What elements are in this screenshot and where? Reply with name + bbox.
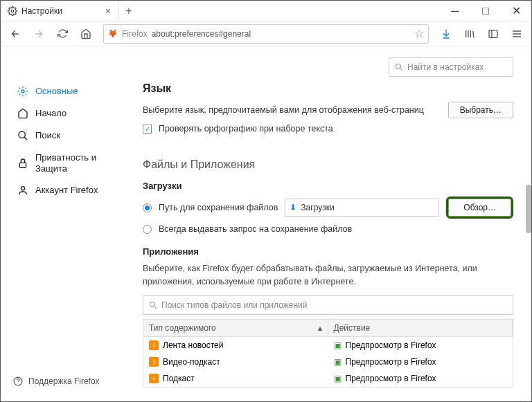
- firefox-icon: 🦊: [108, 29, 118, 38]
- applications-subheading: Приложения: [143, 246, 513, 257]
- minimize-button[interactable]: ─: [440, 1, 470, 21]
- home-button[interactable]: [76, 24, 96, 44]
- sidebar-item-home[interactable]: Начало: [13, 103, 122, 124]
- sidebar-item-account[interactable]: Аккаунт Firefox: [13, 180, 122, 201]
- reload-button[interactable]: [52, 24, 73, 44]
- tab-title: Настройки: [21, 6, 62, 16]
- applications-desc: Выберите, как Firefox будет обрабатывать…: [143, 262, 513, 289]
- save-to-label: Путь для сохранения файлов: [159, 203, 278, 212]
- help-icon: [13, 376, 23, 386]
- close-icon[interactable]: ×: [105, 6, 111, 17]
- table-row[interactable]: ⌇Видео-подкаст ▣Предпросмотр в Firefox: [143, 354, 513, 370]
- preview-icon: ▣: [334, 340, 342, 350]
- bookmark-star-icon[interactable]: ☆: [414, 27, 424, 40]
- svg-rect-1: [489, 30, 497, 37]
- language-desc: Выберите язык, предпочитаемый вами для о…: [143, 105, 441, 115]
- library-button[interactable]: [459, 24, 480, 44]
- sidebar-item-label: Поиск: [35, 130, 60, 141]
- gear-icon: [8, 6, 17, 16]
- search-icon: [17, 130, 28, 141]
- svg-point-3: [19, 131, 25, 138]
- lock-icon: [17, 158, 28, 169]
- sidebar-item-label: Аккаунт Firefox: [35, 185, 98, 196]
- table-row[interactable]: ⌇Лента новостей ▣Предпросмотр в Firefox: [143, 337, 513, 354]
- download-folder-name: Загрузки: [301, 203, 334, 212]
- sidebar-item-label: Приватность и Защита: [35, 152, 118, 174]
- menu-button[interactable]: [506, 24, 527, 44]
- download-arrow-icon: ⬇: [290, 203, 296, 212]
- preview-icon: ▣: [334, 374, 342, 383]
- col-action[interactable]: Действие: [328, 320, 513, 336]
- svg-point-7: [396, 64, 401, 69]
- scrollbar-thumb[interactable]: [526, 185, 531, 233]
- search-icon: [149, 301, 157, 309]
- svg-point-5: [21, 187, 24, 190]
- feed-icon: ⌇: [149, 340, 159, 350]
- svg-point-2: [21, 90, 24, 93]
- apps-table: Тип содержимого▴ Действие ⌇Лента новосте…: [143, 319, 513, 387]
- files-heading: Файлы и Приложения: [143, 158, 513, 171]
- apps-search[interactable]: Поиск типов файлов или приложений: [143, 295, 513, 315]
- always-ask-radio[interactable]: [143, 225, 152, 234]
- home-icon: [17, 108, 28, 119]
- table-row[interactable]: ⌇Подкаст ▣Предпросмотр в Firefox: [143, 370, 513, 387]
- col-content-type[interactable]: Тип содержимого▴: [143, 320, 328, 336]
- gear-icon: [17, 86, 28, 97]
- new-tab-button[interactable]: +: [118, 1, 139, 21]
- support-link[interactable]: Поддержка Firefox: [13, 376, 122, 386]
- support-label: Поддержка Firefox: [28, 376, 100, 386]
- browse-button[interactable]: Обзор…: [446, 197, 513, 219]
- spellcheck-checkbox[interactable]: ✓: [143, 125, 152, 134]
- sort-up-icon: ▴: [318, 323, 322, 333]
- spellcheck-label: Проверять орфографию при наборе текста: [159, 124, 333, 134]
- search-icon: [395, 63, 403, 71]
- download-folder-field[interactable]: ⬇ Загрузки: [285, 199, 439, 217]
- svg-point-8: [150, 302, 155, 307]
- choose-language-button[interactable]: Выбрать…: [448, 102, 513, 118]
- save-to-radio[interactable]: [143, 203, 152, 212]
- url-input[interactable]: [152, 29, 410, 39]
- forward-button[interactable]: [28, 24, 49, 44]
- close-button[interactable]: ✕: [501, 1, 531, 21]
- back-button[interactable]: [5, 24, 26, 44]
- feed-icon: ⌇: [149, 374, 159, 383]
- account-icon: [17, 185, 28, 196]
- url-bar[interactable]: 🦊 Firefox ☆: [103, 24, 429, 44]
- downloads-subheading: Загрузки: [143, 181, 513, 191]
- apps-search-placeholder: Поиск типов файлов или приложений: [161, 300, 307, 310]
- browser-tab[interactable]: Настройки ×: [1, 1, 118, 21]
- svg-point-0: [11, 10, 14, 12]
- sidebar-button[interactable]: [483, 24, 504, 44]
- downloads-button[interactable]: [436, 24, 456, 44]
- sidebar-item-label: Начало: [35, 108, 66, 119]
- sidebar-item-search[interactable]: Поиск: [13, 125, 122, 146]
- feed-icon: ⌇: [149, 357, 159, 367]
- sidebar-item-privacy[interactable]: Приватность и Защита: [13, 147, 122, 179]
- url-prefix: Firefox: [122, 29, 148, 39]
- always-ask-label: Всегда выдавать запрос на сохранение фай…: [159, 224, 352, 234]
- prefs-search-placeholder: Найти в настройках: [407, 62, 484, 72]
- sidebar-item-general[interactable]: Основные: [13, 81, 122, 102]
- sidebar-item-label: Основные: [35, 86, 78, 97]
- preview-icon: ▣: [334, 357, 342, 367]
- language-heading: Язык: [143, 82, 513, 95]
- prefs-search[interactable]: Найти в настройках: [389, 57, 513, 77]
- maximize-button[interactable]: □: [470, 1, 501, 21]
- svg-rect-4: [19, 163, 26, 167]
